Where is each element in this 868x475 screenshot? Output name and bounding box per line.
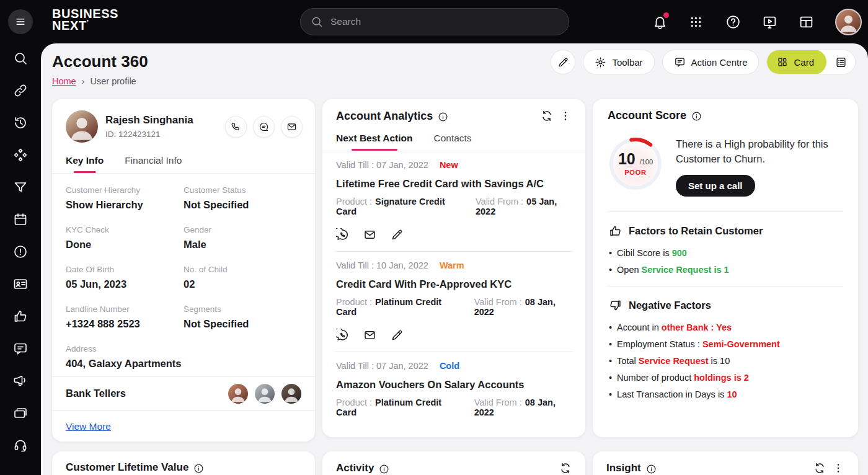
card-view-button[interactable]: Card (767, 50, 826, 74)
sidebar-item-quick-links[interactable] (13, 83, 28, 98)
negative-factor: Employment Status : Semi-Government (609, 339, 843, 349)
message-button[interactable] (253, 116, 275, 138)
edit-button[interactable] (551, 50, 575, 74)
help-button[interactable] (725, 14, 742, 30)
list-view-button[interactable] (826, 50, 855, 74)
tab-contacts[interactable]: Contacts (433, 133, 471, 151)
user-avatar[interactable] (835, 9, 862, 35)
customer-profile-card: Rajesh Singhania ID: 122423121 Key Info … (52, 99, 315, 442)
email-button[interactable] (363, 228, 376, 241)
breadcrumb: Home › User profile (52, 76, 136, 86)
field-date-of-birth: Date Of Birth05 Jun, 2023 (66, 265, 184, 290)
sidebar-item-calendar[interactable] (13, 212, 28, 227)
card-view-label: Card (794, 57, 814, 68)
profile-contact-actions (225, 116, 303, 138)
apps-grid-button[interactable] (689, 14, 705, 30)
kebab-menu-button[interactable] (832, 461, 846, 475)
kebab-menu-button[interactable] (559, 109, 573, 123)
breadcrumb-home-link[interactable]: Home (52, 76, 76, 86)
edit-button[interactable] (391, 228, 404, 241)
info-icon[interactable] (646, 464, 657, 474)
call-button[interactable] (225, 116, 247, 138)
score-value: 10 /100 (618, 151, 653, 167)
whatsapp-button[interactable] (336, 329, 349, 342)
refresh-button[interactable] (813, 461, 827, 475)
set-up-call-button[interactable]: Set up a call (676, 175, 755, 197)
info-circle-icon (438, 112, 448, 122)
view-more-link[interactable]: View More (66, 421, 111, 432)
sidebar-item-documents[interactable] (13, 406, 28, 420)
brand-line2: NEXT’ (52, 20, 118, 32)
nba-item-1[interactable]: Valid Till : 07 Jan, 2022 New Lifetime F… (335, 151, 573, 252)
sidebar-item-search[interactable] (13, 51, 28, 66)
pencil-icon (391, 329, 404, 342)
tab-key-info[interactable]: Key Info (66, 155, 104, 173)
avatar-silhouette-icon (228, 384, 248, 404)
positive-factors-title: Factors to Retain Customer (629, 225, 763, 237)
teller-avatar[interactable] (255, 384, 275, 404)
headset-icon (13, 438, 28, 453)
refresh-button[interactable] (559, 461, 573, 475)
refresh-button[interactable] (541, 109, 554, 123)
info-icon[interactable] (193, 463, 204, 474)
email-button[interactable] (363, 329, 376, 342)
sidebar-item-contact-card[interactable] (13, 277, 28, 291)
bank-tellers-avatars (228, 384, 301, 404)
tab-financial-info[interactable]: Financial Info (125, 155, 182, 173)
sidebar-item-alerts[interactable] (13, 244, 28, 259)
video-tutorials-button[interactable] (762, 14, 778, 30)
sidebar-item-support[interactable] (13, 438, 28, 453)
sidebar-nav (0, 43, 41, 475)
filter-icon (13, 180, 28, 195)
sidebar-item-filter[interactable] (13, 180, 28, 195)
field-label: No. of Child (184, 265, 301, 274)
nba-item-3[interactable]: Valid Till : 07 Jan, 2022 Cold Amazon Vo… (335, 352, 573, 427)
layout-panels-button[interactable] (799, 14, 815, 30)
megaphone-icon (13, 373, 28, 388)
nba-item-2[interactable]: Valid Till : 10 Jan, 2022 Warm Credit Ca… (335, 252, 573, 352)
sidebar-item-feedback[interactable] (13, 341, 28, 356)
field-label: Gender (184, 225, 301, 234)
list-view-icon (835, 56, 847, 68)
info-icon[interactable] (691, 111, 702, 122)
apps-grid-icon (689, 15, 703, 29)
action-centre-button[interactable]: Action Centre (662, 50, 760, 74)
layout-panels-icon (799, 14, 814, 30)
negative-factor: Number of product holdings is 2 (609, 373, 843, 383)
edit-button[interactable] (391, 329, 404, 342)
info-icon[interactable] (379, 464, 389, 474)
email-button[interactable] (281, 116, 303, 138)
teller-avatar[interactable] (228, 384, 248, 404)
sidebar-item-history[interactable] (13, 115, 28, 130)
field-label: Date Of Birth (66, 265, 184, 274)
toolbar-button[interactable]: Toolbar (583, 50, 654, 74)
sidebar-item-apps[interactable] (13, 148, 28, 162)
clv-header: Customer Lifetime Value (52, 451, 315, 474)
nba-actions (336, 228, 572, 241)
tab-next-best-action[interactable]: Next Best Action (336, 133, 412, 151)
whatsapp-button[interactable] (336, 228, 349, 241)
bank-tellers-title: Bank Tellers (66, 388, 126, 399)
field-value: Not Specified (184, 199, 301, 211)
info-circle-icon (646, 464, 657, 474)
sidebar-item-announcements[interactable] (13, 373, 28, 388)
hamburger-menu-button[interactable] (8, 9, 33, 34)
nba-product-row: Product :Platinum Credit Card Valid From… (336, 397, 572, 417)
positive-factors-header: Factors to Retain Customer (593, 212, 858, 238)
field-label: Customer Hierarchy (66, 185, 184, 195)
info-icon[interactable] (438, 112, 448, 122)
calendar-icon (13, 212, 28, 227)
field-value: Not Specified (184, 318, 301, 330)
sidebar-item-approvals[interactable] (13, 309, 28, 324)
teller-avatar[interactable] (281, 384, 301, 404)
field-customer-hierarchy: Customer HierarchyShow Hierarchy (66, 185, 184, 211)
field-value: Done (66, 239, 184, 251)
search-input[interactable] (330, 16, 559, 27)
notifications-button[interactable] (652, 14, 668, 30)
field-value[interactable]: Show Hierarchy (66, 199, 184, 211)
score-gauge-row: 10 /100 POOR There is a High probability… (593, 122, 858, 197)
field-label: Landline Number (66, 304, 184, 314)
refresh-icon (559, 462, 572, 474)
field-customer-status: Customer StatusNot Specified (184, 185, 301, 211)
thumbs-up-icon (609, 224, 622, 238)
